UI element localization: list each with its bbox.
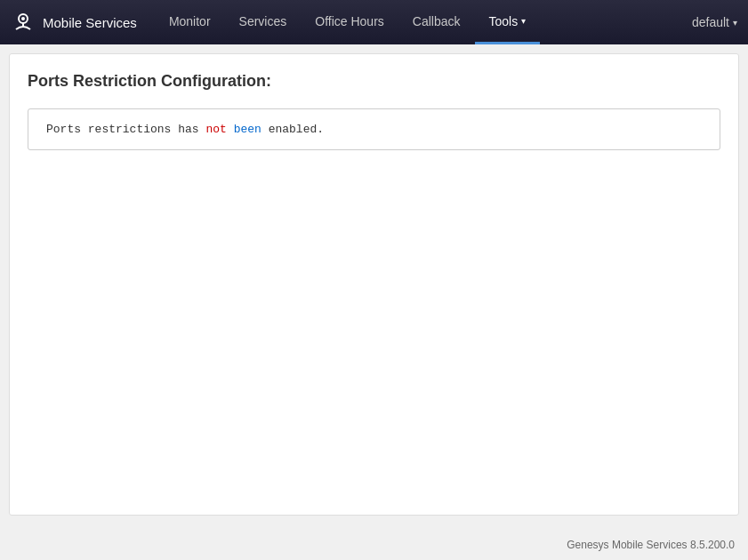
nav-services[interactable]: Services [225,0,302,44]
page-title: Ports Restriction Configuration: [28,72,720,91]
code-not: not [205,123,226,136]
nav-office-hours[interactable]: Office Hours [301,0,398,44]
footer-text: Genesys Mobile Services 8.5.200.0 [567,539,735,551]
code-suffix: enabled. [261,123,324,136]
svg-point-1 [21,17,25,20]
nav-tools[interactable]: Tools ▾ [475,0,541,44]
nav-monitor[interactable]: Monitor [155,0,225,44]
nav-links: Monitor Services Office Hours Callback T… [155,0,692,44]
nav-right: default ▾ [692,15,737,29]
chevron-down-icon: ▾ [521,16,526,26]
footer: Genesys Mobile Services 8.5.200.0 [567,539,735,551]
navbar: Mobile Services Monitor Services Office … [0,0,748,44]
code-message: Ports restrictions has not been enabled. [46,123,324,136]
code-box: Ports restrictions has not been enabled. [28,108,720,150]
chevron-down-icon: ▾ [733,18,737,28]
brand: Mobile Services [11,10,137,35]
default-menu[interactable]: default ▾ [692,15,737,29]
nav-callback[interactable]: Callback [398,0,475,44]
default-label: default [692,15,729,29]
tools-label: Tools [489,14,519,28]
code-been: been [227,123,261,136]
brand-icon [11,10,36,35]
code-prefix: Ports restrictions has [46,123,205,136]
main-content: Ports Restriction Configuration: Ports r… [9,53,739,516]
brand-title: Mobile Services [43,15,137,30]
